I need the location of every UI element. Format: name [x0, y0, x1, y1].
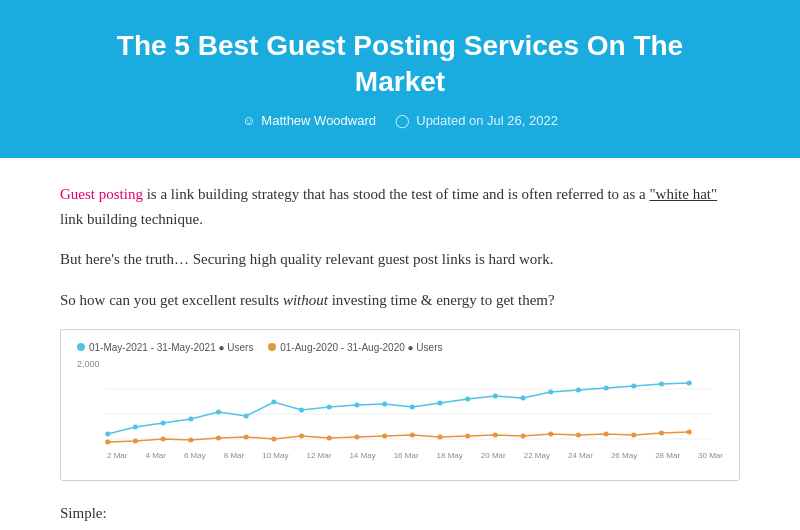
updated-date: Updated on Jul 26, 2022	[416, 113, 558, 128]
svg-point-12	[354, 403, 359, 408]
legend-dot-2	[268, 343, 276, 351]
y-axis-label: 2,000	[77, 359, 100, 369]
paragraph-2: But here's the truth… Securing high qual…	[60, 247, 740, 272]
article-header: The 5 Best Guest Posting Services On The…	[0, 0, 800, 158]
svg-point-10	[299, 408, 304, 413]
svg-point-38	[465, 434, 470, 439]
svg-point-9	[271, 400, 276, 405]
x-label-5: 10 May	[262, 451, 288, 460]
svg-point-15	[437, 401, 442, 406]
svg-point-24	[687, 381, 692, 386]
paragraph-3: So how can you get excellent results wit…	[60, 288, 740, 313]
svg-point-30	[244, 435, 249, 440]
para3-before: So how can you get excellent results	[60, 292, 283, 308]
svg-point-29	[216, 436, 221, 441]
chart-area: 2,000	[77, 359, 723, 449]
meta-separator	[382, 113, 389, 128]
para1-text2: link building technique.	[60, 211, 203, 227]
x-label-9: 18 May	[437, 451, 463, 460]
svg-point-22	[631, 384, 636, 389]
svg-point-19	[548, 390, 553, 395]
clock-icon: ◯	[395, 113, 410, 128]
svg-point-45	[659, 431, 664, 436]
article-content: Guest posting is a link building strateg…	[0, 158, 800, 530]
svg-point-18	[520, 396, 525, 401]
para3-italic: without	[283, 292, 328, 308]
x-axis-labels: 2 Mar 4 Mar 6 May 8 Mar 10 May 12 Mar 14…	[77, 451, 723, 460]
svg-point-37	[437, 435, 442, 440]
x-label-13: 26 May	[611, 451, 637, 460]
svg-point-16	[465, 397, 470, 402]
svg-point-27	[161, 437, 166, 442]
x-label-3: 6 May	[184, 451, 206, 460]
svg-point-5	[161, 421, 166, 426]
x-label-6: 12 Mar	[306, 451, 331, 460]
svg-point-44	[631, 433, 636, 438]
x-label-1: 2 Mar	[107, 451, 127, 460]
chart-line-2	[108, 432, 689, 442]
paragraph-1: Guest posting is a link building strateg…	[60, 182, 740, 232]
svg-point-32	[299, 434, 304, 439]
svg-point-40	[520, 434, 525, 439]
x-label-4: 8 Mar	[224, 451, 244, 460]
svg-point-31	[271, 437, 276, 442]
legend-item-1: 01-May-2021 - 31-May-2021 ● Users	[77, 342, 253, 353]
chart-legend: 01-May-2021 - 31-May-2021 ● Users 01-Aug…	[77, 342, 723, 354]
svg-point-34	[354, 435, 359, 440]
x-label-10: 20 Mar	[481, 451, 506, 460]
author-name: Matthew Woodward	[261, 113, 376, 128]
article-title: The 5 Best Guest Posting Services On The…	[80, 28, 720, 101]
legend-label-1: 01-May-2021 - 31-May-2021 ● Users	[89, 342, 253, 353]
svg-point-7	[216, 410, 221, 415]
svg-point-39	[493, 433, 498, 438]
svg-point-13	[382, 402, 387, 407]
x-label-12: 24 Mar	[568, 451, 593, 460]
chart-line-1	[108, 383, 689, 434]
svg-point-42	[576, 433, 581, 438]
paragraph-4: Simple:	[60, 501, 740, 526]
svg-point-25	[105, 440, 110, 445]
page-wrapper: The 5 Best Guest Posting Services On The…	[0, 0, 800, 530]
legend-dot-1	[77, 343, 85, 351]
para1-text1: is a link building strategy that has sto…	[147, 186, 650, 202]
guest-posting-link[interactable]: Guest posting	[60, 186, 143, 202]
svg-point-23	[659, 382, 664, 387]
svg-point-21	[604, 386, 609, 391]
legend-item-2: 01-Aug-2020 - 31-Aug-2020 ● Users	[268, 342, 442, 353]
svg-point-20	[576, 388, 581, 393]
legend-label-2: 01-Aug-2020 - 31-Aug-2020 ● Users	[280, 342, 442, 353]
svg-point-28	[188, 438, 193, 443]
svg-point-17	[493, 394, 498, 399]
svg-point-33	[327, 436, 332, 441]
svg-point-3	[105, 432, 110, 437]
svg-point-14	[410, 405, 415, 410]
x-label-8: 16 Mar	[394, 451, 419, 460]
chart-container: 01-May-2021 - 31-May-2021 ● Users 01-Aug…	[60, 329, 740, 482]
x-label-11: 22 May	[524, 451, 550, 460]
white-hat-link[interactable]: "white hat"	[649, 186, 717, 202]
author-icon: ☺	[242, 113, 255, 128]
svg-point-26	[133, 439, 138, 444]
svg-point-46	[687, 430, 692, 435]
svg-point-41	[548, 432, 553, 437]
chart-svg	[77, 359, 723, 449]
svg-point-11	[327, 405, 332, 410]
para3-after: investing time & energy to get them?	[328, 292, 555, 308]
x-label-15: 30 Mar	[698, 451, 723, 460]
svg-point-36	[410, 433, 415, 438]
svg-point-35	[382, 434, 387, 439]
x-label-7: 14 May	[349, 451, 375, 460]
article-meta: ☺ Matthew Woodward ◯ Updated on Jul 26, …	[80, 113, 720, 128]
svg-point-6	[188, 417, 193, 422]
x-label-14: 28 Mar	[655, 451, 680, 460]
svg-point-8	[244, 414, 249, 419]
svg-point-43	[604, 432, 609, 437]
x-label-2: 4 Mar	[145, 451, 165, 460]
svg-point-4	[133, 425, 138, 430]
